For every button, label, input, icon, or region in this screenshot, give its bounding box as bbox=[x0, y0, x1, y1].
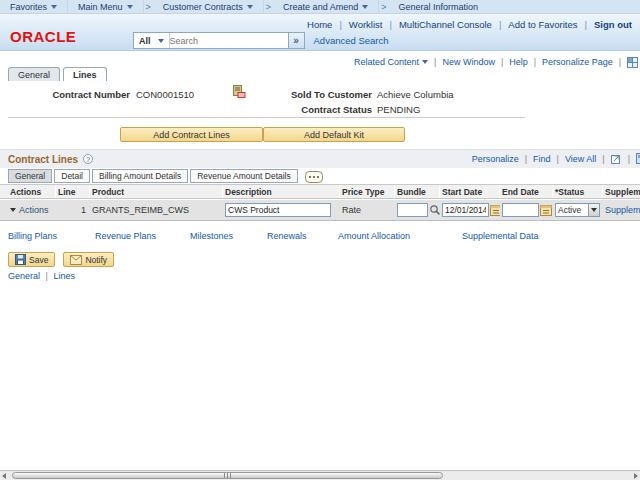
grid-tab-detail[interactable]: Detail bbox=[54, 169, 90, 183]
row-supplemental-link[interactable]: Suppleme bbox=[605, 205, 640, 215]
tab-lines[interactable]: Lines bbox=[63, 67, 107, 81]
grid-tab-general[interactable]: General bbox=[8, 169, 52, 183]
select-arrow-button bbox=[588, 204, 599, 216]
notify-envelope-icon bbox=[70, 255, 82, 265]
renewals-link[interactable]: Renewals bbox=[267, 231, 307, 241]
line-links: Billing Plans Revenue Plans Milestones R… bbox=[0, 231, 640, 243]
col-status: *Status bbox=[553, 185, 603, 198]
chevron-down-icon bbox=[10, 208, 16, 212]
chevron-down-icon bbox=[362, 5, 368, 9]
separator: | bbox=[498, 57, 506, 67]
breadcrumb-current-page: General Information bbox=[388, 2, 488, 12]
breadcrumb-customer-contracts[interactable]: Customer Contracts bbox=[153, 0, 264, 13]
contract-status-label: Contract Status bbox=[250, 104, 372, 115]
description-input[interactable] bbox=[225, 203, 331, 217]
col-end-date: End Date bbox=[500, 185, 553, 198]
footer-links: General | Lines bbox=[8, 271, 75, 281]
new-window-link[interactable]: New Window bbox=[442, 57, 495, 67]
search-go-button[interactable]: » bbox=[289, 32, 305, 49]
scroll-right-arrow[interactable] bbox=[634, 473, 638, 479]
row-product: GRANTS_REIMB_CWS bbox=[90, 205, 223, 215]
grid-header-row: Actions Line Product Description Price T… bbox=[0, 184, 640, 199]
scrollbar-thumb[interactable] bbox=[12, 472, 443, 479]
notify-button[interactable]: Notify bbox=[63, 252, 114, 267]
status-select[interactable]: Active bbox=[555, 203, 600, 217]
find-link[interactable]: Find bbox=[533, 154, 551, 164]
search-scope-dropdown[interactable]: All bbox=[134, 33, 170, 48]
breadcrumb-create-and-amend-label: Create and Amend bbox=[283, 2, 358, 12]
personalize-page-link[interactable]: Personalize Page bbox=[542, 57, 613, 67]
sign-out-link[interactable]: Sign out bbox=[594, 19, 632, 30]
milestones-link[interactable]: Milestones bbox=[190, 231, 233, 241]
footer-general-link[interactable]: General bbox=[8, 271, 40, 281]
chevron-down-icon bbox=[247, 5, 253, 9]
separator: | bbox=[336, 19, 344, 30]
banner: ORACLE Home | Worklist | MultiChannel Co… bbox=[0, 14, 640, 51]
breadcrumb-customer-contracts-label: Customer Contracts bbox=[163, 2, 243, 12]
col-line: Line bbox=[56, 185, 90, 198]
breadcrumb-main-menu-label: Main Menu bbox=[78, 2, 123, 12]
contract-status-value: PENDING bbox=[377, 104, 420, 115]
breadcrumb-favorites-menu[interactable]: Favorites bbox=[0, 0, 68, 13]
calendar-icon[interactable] bbox=[540, 204, 552, 216]
row-actions-dropdown[interactable]: Actions bbox=[10, 205, 49, 215]
add-contract-lines-button[interactable]: Add Contract Lines bbox=[120, 127, 263, 142]
search-scope-value: All bbox=[139, 36, 151, 46]
save-floppy-icon bbox=[15, 254, 26, 265]
add-default-kit-button[interactable]: Add Default Kit bbox=[263, 127, 405, 142]
worklist-link[interactable]: Worklist bbox=[349, 19, 383, 30]
scroll-left-arrow[interactable] bbox=[2, 473, 6, 479]
advanced-search-link[interactable]: Advanced Search bbox=[314, 35, 389, 46]
search-input[interactable] bbox=[170, 34, 288, 47]
separator: | bbox=[431, 57, 439, 67]
search-box: All bbox=[133, 32, 289, 49]
oracle-logo: ORACLE bbox=[10, 28, 76, 45]
separator: | bbox=[599, 154, 607, 164]
chevron-down-icon bbox=[422, 60, 428, 64]
notify-label: Notify bbox=[85, 255, 107, 265]
col-price-type: Price Type bbox=[340, 185, 395, 198]
save-button[interactable]: Save bbox=[8, 252, 55, 267]
download-grid-icon[interactable] bbox=[636, 153, 640, 164]
lookup-magnifier-icon[interactable] bbox=[429, 204, 440, 216]
bundle-input[interactable] bbox=[397, 203, 428, 217]
supplemental-data-link[interactable]: Supplemental Data bbox=[462, 231, 539, 241]
add-buttons: Add Contract Lines Add Default Kit bbox=[120, 127, 405, 142]
comments-icon[interactable] bbox=[232, 85, 246, 99]
grid-tab-revenue-amount-details[interactable]: Revenue Amount Details bbox=[190, 169, 298, 183]
end-date-input[interactable] bbox=[502, 203, 539, 217]
show-all-columns-icon[interactable] bbox=[305, 171, 324, 183]
calendar-icon[interactable] bbox=[490, 204, 500, 216]
row-line-number: 1 bbox=[56, 205, 90, 215]
amount-allocation-link[interactable]: Amount Allocation bbox=[338, 231, 410, 241]
sold-to-customer-label: Sold To Customer bbox=[250, 89, 372, 100]
view-all-link[interactable]: View All bbox=[565, 154, 596, 164]
col-product: Product bbox=[90, 185, 223, 198]
billing-plans-link[interactable]: Billing Plans bbox=[8, 231, 57, 241]
breadcrumb-favorites-label: Favorites bbox=[10, 2, 47, 12]
revenue-plans-link[interactable]: Revenue Plans bbox=[95, 231, 156, 241]
multichannel-console-link[interactable]: MultiChannel Console bbox=[399, 19, 492, 30]
personalize-link[interactable]: Personalize bbox=[472, 154, 519, 164]
related-content-menu[interactable]: Related Content bbox=[354, 57, 428, 67]
breadcrumb-main-menu[interactable]: Main Menu bbox=[68, 0, 144, 13]
grid-tab-billing-amount-details[interactable]: Billing Amount Details bbox=[92, 169, 188, 183]
personalize-layout-icon[interactable] bbox=[627, 57, 638, 68]
separator: | bbox=[522, 154, 530, 164]
tab-general[interactable]: General bbox=[8, 67, 60, 81]
horizontal-scrollbar[interactable] bbox=[0, 470, 640, 480]
zoom-grid-icon[interactable] bbox=[611, 153, 622, 164]
help-icon[interactable]: ? bbox=[83, 154, 93, 164]
separator: | bbox=[386, 19, 394, 30]
breadcrumb-create-and-amend[interactable]: Create and Amend bbox=[273, 0, 379, 13]
banner-links: Home | Worklist | MultiChannel Console |… bbox=[307, 19, 632, 30]
breadcrumb-separator: > bbox=[264, 2, 273, 12]
status-value: Active bbox=[556, 205, 588, 215]
footer-lines-link[interactable]: Lines bbox=[53, 271, 75, 281]
toolbar: Save Notify bbox=[8, 252, 114, 267]
separator: | bbox=[616, 57, 624, 67]
add-to-favorites-link[interactable]: Add to Favorites bbox=[508, 19, 577, 30]
home-link[interactable]: Home bbox=[307, 19, 332, 30]
start-date-input[interactable] bbox=[442, 203, 489, 217]
help-link[interactable]: Help bbox=[509, 57, 528, 67]
